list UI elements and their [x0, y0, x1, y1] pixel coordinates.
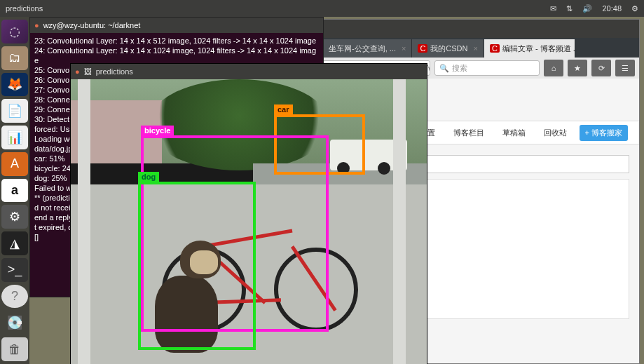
close-icon[interactable]: × [402, 44, 406, 53]
menu-icon[interactable]: ☰ [615, 60, 635, 76]
active-window-title: predictions [6, 4, 550, 13]
firefox-icon[interactable]: 🦊 [1, 73, 28, 97]
terminal-line: 24: Convolutional Layer: 14 x 14 x 1024 … [34, 46, 319, 65]
tab-label: 编辑文章 - 博客频道 ... [502, 43, 575, 54]
tab-label: 我的CSDN [430, 43, 467, 54]
bbox-label: bicycle [141, 126, 174, 135]
button-label: 博客搬家 [591, 128, 622, 138]
terminal-title-text: wzy@wzy-ubuntu: ~/darknet [43, 21, 141, 29]
search-placeholder: 搜索 [452, 63, 467, 74]
search-input[interactable]: 🔍搜索 [434, 60, 540, 76]
dash-icon[interactable]: ◌ [1, 20, 28, 43]
calc-icon[interactable]: 📊 [1, 126, 28, 149]
bbox-label: car [274, 105, 293, 114]
close-icon[interactable]: × [474, 44, 478, 53]
tab-4[interactable]: C编辑文章 - 博客频道 ... [484, 39, 575, 58]
viewer-title-text: predictions [96, 67, 133, 76]
settings-icon[interactable]: ⚙ [1, 205, 28, 229]
sync-icon[interactable]: ⟳ [591, 60, 611, 76]
tab-2[interactable]: 坐车网-公交查询, ...× [323, 39, 412, 58]
messaging-icon[interactable]: ✉ [550, 4, 556, 13]
software-icon[interactable]: A [1, 152, 28, 176]
power-icon[interactable]: ⚙ [631, 4, 638, 13]
network-icon[interactable]: ⇅ [566, 4, 573, 13]
unity-launcher: ◌ 🗂 🦊 📄 📊 A a ⚙ ◮ >_ ? 💽 🗑 [0, 17, 29, 364]
csdn-favicon: C [418, 44, 427, 53]
tab-label: 坐车网-公交查询, ... [329, 43, 396, 54]
top-menu-bar: predictions ✉ ⇅ 🔊 20:48 ⚙ [0, 0, 644, 17]
terminal-titlebar[interactable]: ● wzy@wzy-ubuntu: ~/darknet [30, 18, 323, 33]
predictions-image: car bicycle dog [71, 79, 427, 364]
devices-icon[interactable]: 💽 [1, 311, 28, 335]
app-icon: 🖼 [84, 67, 92, 76]
search-icon: 🔍 [439, 64, 449, 73]
nav-recycle[interactable]: 回收站 [538, 123, 573, 142]
image-viewer-window: ● 🖼 predictions [70, 63, 427, 364]
terminal-line: 23: Convolutional Layer: 14 x 14 x 512 i… [34, 36, 319, 46]
bbox-label: dog [138, 172, 159, 182]
bookmark-icon[interactable]: ★ [568, 60, 587, 76]
home-icon[interactable]: ⌂ [544, 60, 563, 76]
terminal-icon[interactable]: >_ [1, 258, 28, 282]
writer-icon[interactable]: 📄 [1, 99, 28, 123]
help-icon[interactable]: ? [1, 285, 28, 309]
nav-columns[interactable]: 博客栏目 [448, 123, 490, 142]
amazon-icon[interactable]: a [1, 179, 28, 203]
system-tray: ✉ ⇅ 🔊 20:48 ⚙ [550, 4, 638, 13]
close-icon[interactable]: ● [75, 67, 80, 76]
clock[interactable]: 20:48 [602, 4, 622, 13]
files-icon[interactable]: 🗂 [1, 46, 28, 70]
viewer-titlebar[interactable]: ● 🖼 predictions [71, 64, 427, 79]
blog-move-button[interactable]: +博客搬家 [580, 125, 628, 141]
tab-3[interactable]: C我的CSDN× [412, 39, 484, 58]
sound-icon[interactable]: 🔊 [582, 4, 592, 13]
plus-icon: + [585, 128, 589, 137]
bbox-dog: dog [138, 182, 256, 350]
csdn-favicon: C [490, 44, 500, 53]
viewer-canvas[interactable]: car bicycle dog [71, 79, 427, 364]
close-icon[interactable]: ● [34, 21, 39, 29]
trash-icon[interactable]: 🗑 [1, 337, 28, 361]
nvidia-icon[interactable]: ◮ [1, 231, 28, 255]
nav-drafts[interactable]: 草稿箱 [497, 123, 531, 142]
